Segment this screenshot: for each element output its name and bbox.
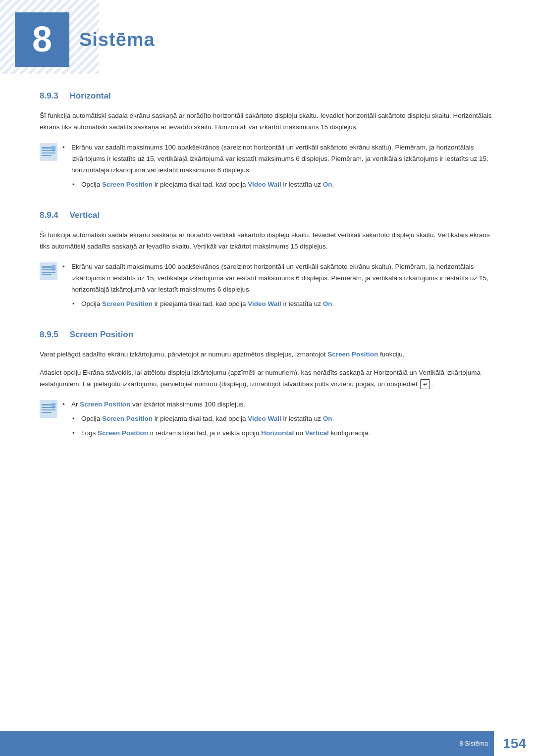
section-heading-8-9-4: 8.9.4 Vertical xyxy=(40,208,495,222)
note-item-8-9-5-2: Opcija Screen Position ir pieejama tikai… xyxy=(72,413,370,425)
page-footer: 8 Sistēma 154 xyxy=(0,731,535,756)
svg-rect-10 xyxy=(42,272,55,273)
footer-label: 8 Sistēma xyxy=(459,739,488,749)
svg-rect-12 xyxy=(40,400,57,418)
svg-rect-11 xyxy=(42,274,52,275)
section-num-8-9-5: 8.9.5 xyxy=(40,330,58,339)
note-item-8-9-3-2: Opcija Screen Position ir pieejama tikai… xyxy=(72,179,495,191)
section-8-9-3: 8.9.3 Horizontal Šī funkcija automātiski… xyxy=(40,89,495,194)
note-block-8-9-3: Ekrānu var sadalīt maksimums 100 apakšek… xyxy=(40,142,495,194)
svg-rect-5 xyxy=(42,152,55,153)
highlight-screen-position-5: Screen Position xyxy=(102,415,153,422)
chapter-number: 8 xyxy=(32,11,52,68)
highlight-video-wall-2: Video Wall xyxy=(248,300,281,307)
section-heading-8-9-3: 8.9.3 Horizontal xyxy=(40,89,495,102)
highlight-vertical: Vertical xyxy=(305,429,329,437)
note-list-8-9-4: Ekrānu var sadalīt maksimums 100 apakšek… xyxy=(62,261,495,313)
highlight-screen-position-6: Screen Position xyxy=(98,429,148,437)
highlight-horizontal: Horizontal xyxy=(261,429,294,437)
svg-rect-2 xyxy=(40,143,57,161)
note-block-8-9-5: Ar Screen Position var izkārtot maksimum… xyxy=(40,399,495,442)
footer-page-number: 154 xyxy=(494,731,535,756)
chapter-number-box: 8 xyxy=(15,12,69,67)
note-item-8-9-4-1: Ekrānu var sadalīt maksimums 100 apakšek… xyxy=(62,261,495,296)
highlight-video-wall-1: Video Wall xyxy=(248,181,281,188)
highlight-screen-position-2: Screen Position xyxy=(102,300,153,307)
highlight-screen-position-3: Screen Position xyxy=(327,351,378,358)
section-8-9-4-intro: Šī funkcija automātiski sadala ekrānu sa… xyxy=(40,230,495,252)
section-8-9-3-intro: Šī funkcija automātiski sadala ekrānu sa… xyxy=(40,110,495,133)
svg-rect-3 xyxy=(42,147,52,149)
footer-text: 8 Sistēma xyxy=(453,739,494,749)
highlight-on-2: On xyxy=(323,300,332,307)
highlight-screen-position-4: Screen Position xyxy=(80,401,130,408)
section-title-8-9-5: Screen Position xyxy=(70,330,133,339)
section-8-9-4: 8.9.4 Vertical Šī funkcija automātiski s… xyxy=(40,208,495,313)
highlight-on-3: On xyxy=(323,415,332,422)
note-list-8-9-5: Ar Screen Position var izkārtot maksimum… xyxy=(62,399,370,442)
svg-rect-6 xyxy=(42,155,52,156)
highlight-video-wall-3: Video Wall xyxy=(248,415,281,422)
note-item-8-9-5-1: Ar Screen Position var izkārtot maksimum… xyxy=(62,399,370,410)
section-8-9-5-intro1: Varat pielāgot sadalīto ekrānu izkārtoju… xyxy=(40,349,495,360)
section-8-9-5: 8.9.5 Screen Position Varat pielāgot sad… xyxy=(40,328,495,442)
note-icon-8-9-4 xyxy=(40,262,57,280)
section-title-8-9-3: Horizontal xyxy=(70,91,111,101)
note-icon-8-9-3 xyxy=(40,143,57,161)
note-item-8-9-4-2: Opcija Screen Position ir pieejama tikai… xyxy=(72,299,495,310)
enter-icon xyxy=(420,379,430,389)
page-header: 8 Sistēma xyxy=(0,0,535,79)
highlight-screen-position-1: Screen Position xyxy=(102,181,153,188)
note-item-8-9-3-1: Ekrānu var sadalīt maksimums 100 apakšek… xyxy=(62,142,495,176)
section-num-8-9-3: 8.9.3 xyxy=(40,91,58,101)
svg-rect-8 xyxy=(42,266,52,268)
note-list-8-9-3: Ekrānu var sadalīt maksimums 100 apakšek… xyxy=(62,142,495,194)
svg-rect-16 xyxy=(42,412,52,413)
chapter-title: Sistēma xyxy=(79,25,155,55)
content-area: 8.9.3 Horizontal Šī funkcija automātiski… xyxy=(0,89,535,442)
highlight-on-1: On xyxy=(323,181,332,188)
svg-rect-7 xyxy=(40,262,57,280)
header-inner: 8 Sistēma xyxy=(15,12,155,67)
page-container: 8 Sistēma 8.9.3 Horizontal Šī funkcija a… xyxy=(0,0,535,756)
note-icon-8-9-5 xyxy=(40,400,57,418)
svg-rect-13 xyxy=(42,404,52,405)
section-title-8-9-4: Vertical xyxy=(70,210,100,220)
svg-rect-15 xyxy=(42,409,55,410)
section-heading-8-9-5: 8.9.5 Screen Position xyxy=(40,328,495,341)
note-item-8-9-5-3: Logs Screen Position ir redzams tikai ta… xyxy=(72,428,370,439)
note-block-8-9-4: Ekrānu var sadalīt maksimums 100 apakšek… xyxy=(40,261,495,313)
section-8-9-5-intro2: Atlasiet opciju Ekrāna stāvoklis, lai at… xyxy=(40,367,495,390)
section-num-8-9-4: 8.9.4 xyxy=(40,210,58,220)
